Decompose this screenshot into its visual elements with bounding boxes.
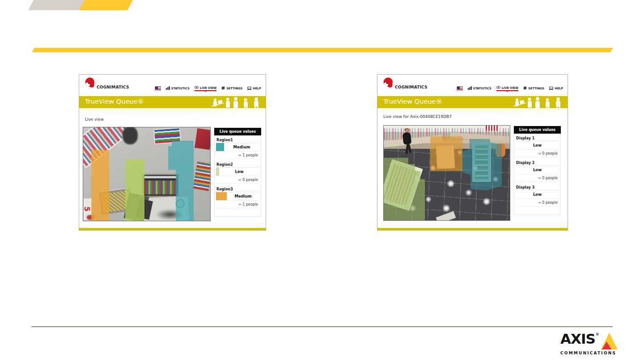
region3-overlay	[91, 150, 109, 221]
aisle-sign-text: 5	[83, 206, 91, 211]
app-screenshot-right: COGNIMATICS STATISTICS LIVE VIEW SETTING…	[377, 74, 568, 231]
panel-body: Region1 Medium ≈ 1 people Region2 Low ≈ …	[214, 135, 261, 217]
region-label: Region3	[216, 187, 259, 191]
display2-overlay	[430, 136, 462, 171]
nav-settings[interactable]: SETTINGS	[523, 86, 544, 91]
axis-communications-logo: AXIS ® COMMUNICATIONS	[560, 333, 618, 355]
live-queue-values-panel: Live queue values Display 1 Low ≈ 0 peop…	[514, 126, 561, 215]
gear-icon	[523, 86, 527, 91]
axis-triangle-icon	[601, 333, 618, 349]
nav-help[interactable]: HELP	[549, 87, 563, 91]
nav-statistics[interactable]: STATISTICS	[468, 86, 491, 91]
queue-row: Region3 Medium ≈ 1 people	[216, 187, 259, 208]
app-banner: TrueView Queue®	[79, 96, 266, 108]
people-count: ≈ 0 people	[216, 176, 259, 184]
panel-body: Display 1 Low ≈ 0 people Display 2 Low ≈…	[514, 134, 561, 215]
nav-statistics[interactable]: STATISTICS	[166, 86, 190, 91]
display-label: Display 3	[516, 185, 559, 189]
bar-chart-icon	[468, 86, 472, 91]
language-flag-icon[interactable]	[155, 86, 161, 91]
queue-row: Display 3 Low ≈ 0 people	[516, 185, 559, 206]
axis-wordmark: AXIS	[560, 333, 595, 345]
region2-overlay	[125, 160, 144, 221]
person-top-graphic	[123, 127, 138, 144]
eye-icon	[496, 86, 500, 90]
nav-settings[interactable]: SETTINGS	[221, 86, 242, 91]
nav-statistics-label: STATISTICS	[473, 87, 491, 90]
nav-help-label: HELP	[555, 87, 563, 90]
app-banner-title: TrueView Queue®	[85, 98, 144, 105]
people-count: ≈ 0 people	[516, 199, 559, 206]
app-banner: TrueView Queue®	[377, 96, 568, 108]
nav-settings-label: SETTINGS	[528, 87, 544, 90]
queue-row: Display 1 Low ≈ 0 people	[516, 136, 559, 157]
queue-row: Display 2 Low ≈ 0 people	[516, 161, 559, 182]
app-nav: STATISTICS LIVE VIEW SETTINGS HELP	[155, 86, 261, 91]
gear-icon	[221, 86, 225, 91]
app-banner-title: TrueView Queue®	[383, 98, 442, 105]
panel-header: Live queue values	[214, 128, 261, 135]
people-count: ≈ 1 people	[216, 152, 259, 159]
region-label: Region2	[216, 163, 259, 167]
queue-level: Low	[219, 169, 259, 174]
nav-statistics-label: STATISTICS	[171, 87, 190, 90]
app-header: COGNIMATICS STATISTICS LIVE VIEW SETTING…	[79, 75, 266, 96]
queue-level: Medium	[227, 194, 259, 198]
queue-level: Low	[516, 168, 559, 172]
region-color-swatch	[216, 168, 219, 176]
display-label: Display 1	[516, 136, 559, 140]
help-book-icon	[549, 87, 553, 91]
language-flag-icon[interactable]	[457, 86, 463, 91]
active-tab-caret	[204, 90, 207, 93]
app-footer-bar	[377, 228, 568, 230]
region-label: Region1	[216, 138, 259, 142]
region-color-swatch	[216, 143, 224, 151]
camera-live-view: 5	[83, 127, 211, 221]
queue-row: Region2 Low ≈ 0 people	[216, 163, 259, 184]
cognimatics-logo: COGNIMATICS	[383, 77, 428, 91]
footer-rule-line	[31, 326, 613, 327]
queue-level: Low	[516, 143, 559, 147]
top-divider-bar	[32, 48, 613, 52]
axis-subtitle: COMMUNICATIONS	[560, 351, 618, 355]
people-silhouettes-graphic	[210, 97, 263, 108]
people-count: ≈ 0 people	[516, 150, 559, 157]
brand-name: COGNIMATICS	[395, 85, 428, 89]
queue-level: Medium	[224, 145, 259, 149]
registered-mark: ®	[596, 333, 599, 337]
panel-header: Live queue values	[514, 126, 561, 134]
region-color-swatch	[216, 192, 227, 200]
page-title: Live view for Axis-00408CE19DB7	[383, 114, 452, 119]
app-content: Live view for Axis-00408CE19DB7	[377, 108, 568, 231]
brand-name: COGNIMATICS	[97, 85, 129, 89]
display-label: Display 2	[516, 161, 559, 165]
nav-live-view-label: LIVE VIEW	[200, 86, 216, 90]
queue-level: Low	[516, 192, 559, 197]
nav-live-view-label: LIVE VIEW	[502, 86, 518, 90]
bar-chart-icon	[166, 86, 170, 91]
cognimatics-logo-icon	[85, 77, 96, 91]
camera-live-view	[383, 125, 510, 221]
top-yellow-bar	[79, 0, 133, 10]
nav-help[interactable]: HELP	[247, 87, 261, 91]
nav-help-label: HELP	[253, 87, 261, 90]
cognimatics-logo: COGNIMATICS	[85, 77, 129, 91]
app-footer-bar	[79, 228, 266, 230]
app-screenshot-left: COGNIMATICS STATISTICS LIVE VIEW SETTING…	[79, 74, 266, 231]
people-count: ≈ 0 people	[516, 174, 559, 182]
app-header: COGNIMATICS STATISTICS LIVE VIEW SETTING…	[377, 75, 568, 96]
app-nav: STATISTICS LIVE VIEW SETTINGS HELP	[457, 86, 563, 91]
live-queue-values-panel: Live queue values Region1 Medium ≈ 1 peo…	[214, 128, 261, 217]
nav-live-view[interactable]: LIVE VIEW	[195, 86, 216, 91]
eye-icon	[195, 86, 199, 90]
people-silhouettes-graphic	[512, 97, 565, 108]
queue-row: Region1 Medium ≈ 1 people	[216, 138, 259, 159]
active-tab-caret	[506, 90, 509, 93]
people-count: ≈ 1 people	[216, 201, 259, 208]
cognimatics-logo-icon	[383, 77, 394, 91]
nav-settings-label: SETTINGS	[226, 87, 242, 90]
nav-live-view[interactable]: LIVE VIEW	[496, 86, 518, 91]
right-shelf-graphic	[193, 161, 211, 191]
page-title: Live view	[85, 117, 104, 122]
help-book-icon	[247, 87, 251, 91]
